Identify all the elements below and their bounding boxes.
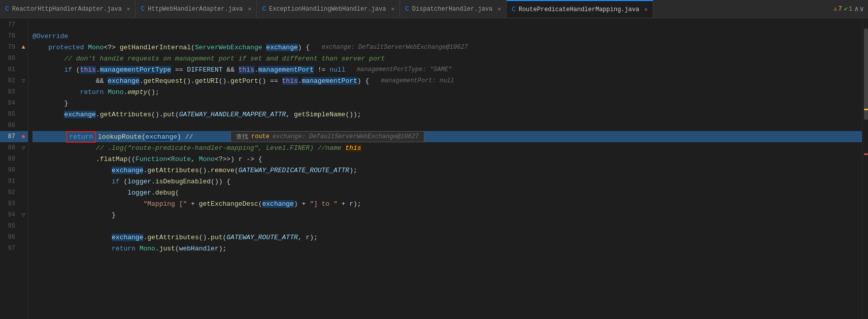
- code-line-93: "Mapping [" + getExchangeDesc(exchange) …: [32, 198, 862, 209]
- code-line-80: // don't handle requests on management p…: [32, 53, 862, 64]
- gutter-row-81: 81: [0, 64, 28, 75]
- tab-exception[interactable]: C ExceptionHandlingWebHandler.java ✕: [257, 0, 400, 18]
- gutter-row-96: 96: [0, 232, 28, 243]
- code-line-86: [32, 120, 862, 131]
- search-popup: 查找route exchange: DefaultServerWebExchan…: [230, 131, 424, 142]
- tab-httpweb[interactable]: C HttpWebHandlerAdapter.java ✕: [136, 0, 257, 18]
- gutter-row-89: 89: [0, 153, 28, 165]
- gutter: 77 78 79 ▲ 80 81 82 ▽ 83: [0, 18, 28, 319]
- tab-icon: C: [405, 5, 409, 13]
- scrollbar-thumb[interactable]: [864, 28, 868, 120]
- code-line-94: }: [32, 209, 862, 220]
- nav-arrows[interactable]: ∧ ∨: [854, 5, 864, 13]
- gutter-row-79: 79 ▲: [0, 42, 28, 53]
- close-icon[interactable]: ✕: [391, 6, 394, 12]
- gutter-row-93: 93: [0, 198, 28, 209]
- search-label: 查找: [236, 133, 248, 141]
- check-badge: ✔ 1: [844, 5, 852, 13]
- scrollbar-track[interactable]: [862, 18, 868, 319]
- code-line-90: exchange.getAttributes().remove(GATEWAY_…: [32, 165, 862, 176]
- tab-bar-right: ⚠ 7 ✔ 1 ∧ ∨: [833, 5, 868, 13]
- code-line-96: exchange.getAttributes().put(GATEWAY_ROU…: [32, 232, 862, 243]
- gutter-row-97: 97: [0, 243, 28, 254]
- gutter-row-82: 82 ▽: [0, 75, 28, 86]
- tab-bar: C ReactorHttpHandlerAdapter.java ✕ C Htt…: [0, 0, 868, 18]
- code-line-95: [32, 220, 862, 232]
- hint-exchange: exchange: DefaultServerWebExchange@10627: [273, 133, 419, 140]
- tab-reactor[interactable]: C ReactorHttpHandlerAdapter.java ✕: [0, 0, 136, 18]
- code-line-82: && exchange.getRequest().getURI().getPor…: [32, 75, 862, 86]
- tab-label: HttpWebHandlerAdapter.java: [148, 6, 243, 13]
- chevron-down-icon[interactable]: ∨: [860, 5, 864, 13]
- close-icon[interactable]: ✕: [248, 6, 252, 12]
- tab-label: ExceptionHandlingWebHandler.java: [269, 6, 386, 13]
- warning-badge: ⚠ 7: [833, 5, 842, 13]
- tab-icon: C: [262, 5, 266, 13]
- code-line-83: return Mono.empty();: [32, 86, 862, 98]
- code-line-89: .flatMap((Function<Route, Mono<?>>) r ->…: [32, 153, 862, 165]
- gutter-row-87: 87 ●: [0, 131, 28, 142]
- gutter-row-95: 95: [0, 220, 28, 232]
- gutter-row-91: 91: [0, 176, 28, 187]
- tab-label: ReactorHttpHandlerAdapter.java: [12, 6, 122, 13]
- gutter-row-92: 92: [0, 187, 28, 198]
- gutter-row-94: 94 ▽: [0, 209, 28, 220]
- close-icon[interactable]: ✕: [644, 6, 648, 13]
- chevron-up-icon[interactable]: ∧: [854, 5, 858, 13]
- scrollbar-marker-error: [864, 153, 868, 155]
- gutter-row-80: 80: [0, 53, 28, 64]
- tab-icon: C: [141, 5, 145, 13]
- code-line-81: if (this.managementPortType == DIFFERENT…: [32, 64, 862, 75]
- code-line-84: }: [32, 98, 862, 109]
- code-line-78: @Override: [32, 30, 862, 42]
- close-icon[interactable]: ✕: [497, 6, 501, 12]
- gutter-row-88: 88 ▽: [0, 142, 28, 153]
- warning-icon: ⚠: [833, 5, 837, 13]
- tab-route[interactable]: C RoutePredicateHandlerMapping.java ✕: [507, 0, 653, 18]
- code-area: 77 78 79 ▲ 80 81 82 ▽ 83: [0, 18, 868, 319]
- gutter-row-77: 77: [0, 19, 28, 30]
- code-line-88: // .log("route-predicate-handler-mapping…: [32, 142, 862, 153]
- tab-label: RoutePredicateHandlerMapping.java: [519, 6, 640, 13]
- gutter-row-78: 78: [0, 30, 28, 42]
- gutter-row-90: 90: [0, 165, 28, 176]
- code-content: @Override protected Mono<?> getHandlerIn…: [28, 18, 862, 319]
- close-icon[interactable]: ✕: [127, 6, 130, 12]
- gutter-row-85: 85: [0, 109, 28, 120]
- code-line-87: return lookupRoute(exchange) // 查找route …: [32, 131, 862, 142]
- warning-count: 7: [838, 6, 842, 13]
- code-line-91: if (logger.isDebugEnabled()) {: [32, 176, 862, 187]
- code-line-85: exchange.getAttributes().put(GATEWAY_HAN…: [32, 109, 862, 120]
- gutter-row-86: 86: [0, 120, 28, 131]
- tab-dispatcher[interactable]: C DispatcherHandler.java ✕: [400, 0, 507, 18]
- code-line-97: return Mono.just(webHandler);: [32, 243, 862, 254]
- tab-label: DispatcherHandler.java: [412, 6, 492, 13]
- gutter-row-84: 84: [0, 98, 28, 109]
- check-count: 1: [849, 6, 852, 13]
- search-term: route: [251, 133, 270, 140]
- code-line-92: logger.debug(: [32, 187, 862, 198]
- tab-icon: C: [512, 6, 516, 13]
- tab-icon: C: [5, 5, 9, 13]
- scrollbar-marker-warn: [864, 109, 868, 110]
- gutter-row-83: 83: [0, 86, 28, 98]
- check-icon: ✔: [844, 5, 848, 13]
- code-line-77: [32, 19, 862, 30]
- code-line-79: protected Mono<?> getHandlerInternal(Ser…: [32, 42, 862, 53]
